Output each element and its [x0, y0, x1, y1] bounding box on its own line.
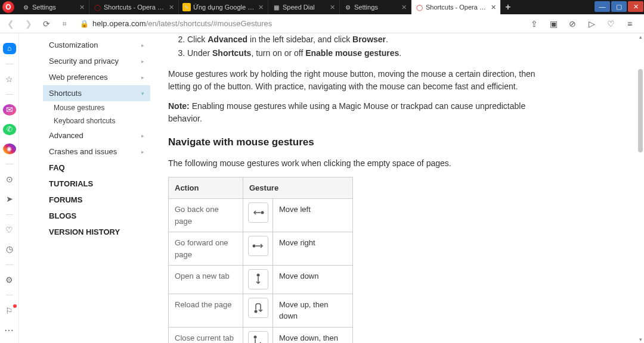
- separator: [6, 94, 13, 95]
- th-action: Action: [169, 177, 243, 199]
- scroll-down-icon[interactable]: ▾: [637, 336, 644, 343]
- gesture-updown-icon: [248, 298, 268, 318]
- sidebar-section-tutorials[interactable]: TUTORIALS: [43, 176, 150, 192]
- gestures-table: Action Gesture Go back one page Move lef…: [168, 177, 353, 344]
- chevron-right-icon: ▸: [141, 42, 144, 48]
- play-icon[interactable]: ⊙: [3, 174, 16, 185]
- sidebar-item-label: Customization: [49, 40, 98, 49]
- menu-icon[interactable]: ≡: [623, 17, 637, 31]
- sidebar-item-customization[interactable]: Customization▸: [43, 37, 150, 53]
- chevron-right-icon: ▸: [141, 74, 144, 80]
- cell-icon: [243, 199, 273, 232]
- heart-icon[interactable]: ♡: [603, 17, 618, 31]
- messenger-icon[interactable]: ✉: [3, 104, 16, 116]
- tab-settings-2[interactable]: ⚙ Settings ✕: [340, 0, 411, 14]
- sidebar-section-forums[interactable]: FORUMS: [43, 192, 150, 208]
- cell-action: Reload the page: [169, 294, 243, 327]
- forward-button[interactable]: ❯: [21, 17, 36, 31]
- camera-icon[interactable]: ▣: [546, 17, 561, 31]
- gear-icon: ⚙: [343, 3, 352, 11]
- chevron-right-icon: ▸: [141, 58, 144, 64]
- paperplane-icon[interactable]: ➤: [3, 194, 16, 205]
- settings-gear-icon[interactable]: ⚙: [3, 275, 16, 286]
- tab-title: Settings: [354, 4, 398, 11]
- tab-opera-help-1[interactable]: ◯ Shortcuts - Opera Help ✕: [89, 0, 179, 14]
- sidebar-rail: ⌂ ☆ ✉ ✆ ◉ ⊙ ➤ ♡ ◷ ⚙ ⚐ ⋯: [0, 33, 19, 343]
- tab-settings-1[interactable]: ⚙ Settings ✕: [18, 0, 89, 14]
- whatsapp-icon[interactable]: ✆: [3, 124, 16, 135]
- heart-icon[interactable]: ♡: [3, 224, 16, 235]
- url-field[interactable]: 🔒 help.opera.com/en/latest/shortcuts/#mo…: [75, 19, 524, 28]
- pin-icon[interactable]: ⚐: [3, 305, 16, 316]
- instagram-icon[interactable]: ◉: [3, 144, 16, 155]
- reload-button[interactable]: ⟳: [39, 17, 54, 31]
- maximize-button[interactable]: ▢: [611, 1, 627, 12]
- sidebar-item-shortcuts[interactable]: Shortcuts▾: [43, 85, 150, 101]
- sidebar-item-crashes[interactable]: Crashes and issues▸: [43, 144, 150, 160]
- opera-icon: ◯: [93, 3, 101, 11]
- scroll-up-icon[interactable]: ▴: [637, 33, 644, 40]
- close-window-button[interactable]: ✕: [628, 1, 643, 12]
- send-icon[interactable]: ▷: [584, 17, 599, 31]
- tiles-button[interactable]: ⌗: [57, 17, 72, 31]
- chevron-down-icon: ▾: [141, 91, 144, 96]
- sidebar-item-label: Advanced: [49, 131, 83, 140]
- more-icon[interactable]: ⋯: [4, 325, 14, 336]
- sidebar-item-webprefs[interactable]: Web preferences▸: [43, 69, 150, 85]
- cell-icon: [243, 266, 273, 294]
- speeddial-icon: ▦: [272, 3, 280, 11]
- sidebar-section-faq[interactable]: FAQ: [43, 160, 150, 176]
- minimize-button[interactable]: —: [595, 1, 610, 12]
- gesture-right-icon: [248, 236, 268, 256]
- scrollbar-thumb[interactable]: [638, 69, 643, 152]
- clock-icon[interactable]: ◷: [3, 244, 16, 255]
- share-icon[interactable]: ⇪: [527, 17, 541, 31]
- sidebar-section-version-history[interactable]: VERSION HISTORY: [43, 224, 150, 240]
- cell-gesture: Move down, then right: [273, 327, 353, 343]
- home-icon[interactable]: ⌂: [3, 43, 16, 54]
- titlebar: ⚙ Settings ✕ ◯ Shortcuts - Opera Help ✕ …: [0, 0, 644, 14]
- back-button[interactable]: ❮: [4, 17, 18, 31]
- table-row: Go forward one page Move right: [169, 232, 353, 266]
- shield-icon[interactable]: ⊘: [565, 17, 580, 31]
- lock-icon: 🔒: [80, 20, 89, 28]
- gesture-downright-icon: [248, 331, 268, 344]
- tab-opera-help-active[interactable]: ◯ Shortcuts - Opera Help ✕: [411, 0, 501, 14]
- separator: [6, 295, 13, 295]
- close-icon[interactable]: ✕: [490, 4, 497, 11]
- table-row: Go back one page Move left: [169, 199, 353, 232]
- cell-gesture: Move right: [273, 232, 353, 266]
- new-tab-button[interactable]: +: [501, 0, 515, 14]
- tab-title: Settings: [32, 4, 76, 11]
- sidebar-item-label: Crashes and issues: [49, 147, 117, 156]
- gesture-left-icon: [248, 202, 268, 223]
- tab-title: Shortcuts - Opera Help: [426, 4, 487, 11]
- tab-title: Speed Dial: [283, 4, 326, 11]
- separator: [6, 264, 13, 265]
- sidebar-subitem-keyboard-shortcuts[interactable]: Keyboard shortcuts: [43, 114, 150, 127]
- tab-google-translate[interactable]: ✎ Ứng dụng Google Dịch ✕: [179, 0, 268, 14]
- star-icon[interactable]: ☆: [3, 74, 16, 85]
- close-icon[interactable]: ✕: [168, 4, 175, 11]
- sidebar-subitem-mouse-gestures[interactable]: Mouse gestures: [43, 101, 150, 114]
- separator: [6, 64, 13, 64]
- table-row: Reload the page Move up, then down: [169, 294, 353, 327]
- svg-point-6: [254, 310, 257, 313]
- sidebar-item-advanced[interactable]: Advanced▸: [43, 127, 150, 144]
- close-icon[interactable]: ✕: [329, 4, 336, 11]
- chevron-right-icon: ▸: [141, 133, 144, 139]
- paragraph-gestures-work: Mouse gestures work by holding the right…: [168, 68, 544, 93]
- cell-action: Close current tab: [169, 327, 243, 343]
- tab-speed-dial[interactable]: ▦ Speed Dial ✕: [268, 0, 340, 14]
- sidebar-item-label: Web preferences: [49, 73, 108, 82]
- heading-navigate: Navigate with mouse gestures: [168, 135, 544, 150]
- scrollbar[interactable]: ▴ ▾: [637, 33, 644, 343]
- close-icon[interactable]: ✕: [257, 4, 264, 11]
- sidebar-item-security[interactable]: Security and privacy▸: [43, 53, 150, 69]
- url-path: /en/latest/shortcuts/#mouseGestures: [146, 19, 273, 28]
- cell-action: Go forward one page: [169, 232, 243, 266]
- close-icon[interactable]: ✕: [78, 4, 85, 11]
- opera-logo[interactable]: O: [2, 1, 14, 13]
- sidebar-section-blogs[interactable]: BLOGS: [43, 208, 150, 224]
- close-icon[interactable]: ✕: [400, 4, 407, 11]
